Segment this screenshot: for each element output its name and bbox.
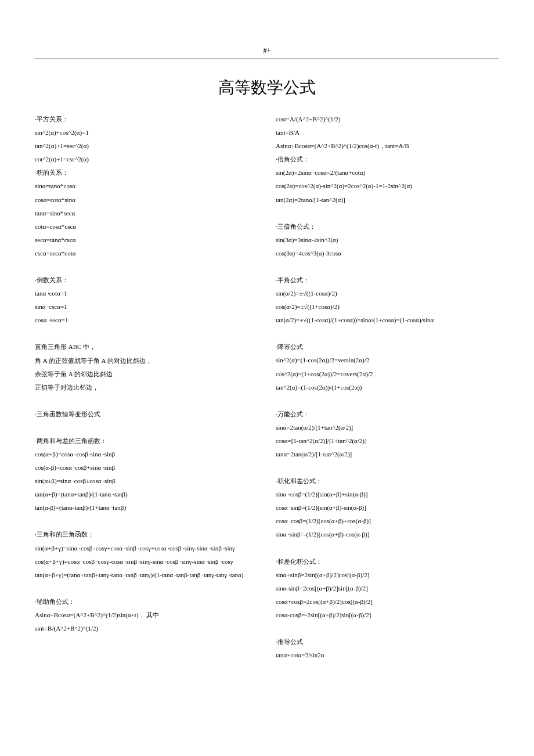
right-line: ·和差化积公式：: [276, 555, 499, 568]
left-line: 角 A 的正弦值就等于角 A 的对边比斜边，: [35, 354, 258, 368]
left-line: 直角三角形 ABC 中，: [35, 340, 258, 354]
page-header-mark: #+: [35, 46, 499, 59]
right-line: tan(α/2)=±√((1-cosα)/(1+cosα))=sinα/(1+c…: [276, 314, 499, 327]
right-line: sin^2(α)=(1-cos(2α))/2=versin(2α)/2: [276, 354, 499, 367]
content-columns: ·平方关系：sin^2(α)+cos^2(α)=1tan^2(α)+1=sec^…: [35, 113, 499, 662]
left-line: sint=B/(A^2+B^2)^(1/2): [35, 622, 258, 635]
left-line: tanα ·cotα=1: [35, 287, 258, 300]
right-column: cost=A/(A^2+B^2)^(1/2)tant=B/AAsinα+Bcos…: [276, 113, 499, 662]
left-line: ·积的关系：: [35, 166, 258, 179]
right-line: sin(3α)=3sinα-4sin^3(α): [276, 233, 499, 247]
right-line: sinα ·sinβ=-(1/2)[cos(α+β)-cos(α-β)]: [276, 528, 499, 541]
left-line: cot^2(α)+1=csc^2(α): [35, 153, 258, 166]
left-blank: [35, 260, 258, 273]
left-line: tanα=sinα*secα: [35, 207, 258, 220]
left-line: ·辅助角公式：: [35, 595, 258, 609]
left-line: cos(α+β+γ)=cosα ·cosβ ·cosγ-cosα ·sinβ ·…: [35, 555, 258, 568]
left-line: sin^2(α)+cos^2(α)=1: [35, 126, 258, 139]
left-line: cotα=cosα*cscα: [35, 220, 258, 233]
right-blank: [276, 461, 499, 474]
right-line: sinα+sinβ=2sin[(α+β)/2]cos[(α-β)/2]: [276, 568, 499, 582]
right-line: ·半角公式：: [276, 273, 499, 287]
left-blank: [35, 421, 258, 434]
document-page: #+ 高等数学公式 ·平方关系：sin^2(α)+cos^2(α)=1tan^2…: [0, 0, 534, 697]
right-blank: [276, 327, 499, 340]
right-blank: [276, 207, 499, 220]
left-line: secα=tanα*cscα: [35, 233, 258, 247]
right-line: Asinα+Bcosα=(A^2+B^2)^(1/2)cos(α-t)，tant…: [276, 139, 499, 153]
left-column: ·平方关系：sin^2(α)+cos^2(α)=1tan^2(α)+1=sec^…: [35, 113, 258, 662]
right-blank: [276, 260, 499, 273]
right-line: tant=B/A: [276, 126, 499, 139]
right-line: tanα+cotα=2/sin2α: [276, 649, 499, 662]
right-line: cost=A/(A^2+B^2)^(1/2): [276, 113, 499, 126]
right-line: sinα ·cosβ=(1/2)[sin(α+β)+sin(α-β)]: [276, 488, 499, 501]
left-line: cosα=cotα*sinα: [35, 193, 258, 207]
right-line: tanα=2tan(α/2)/[1-tan^2(α/2)]: [276, 448, 499, 461]
left-blank: [35, 394, 258, 408]
right-line: ·积化和差公式：: [276, 474, 499, 488]
right-line: ·万能公式：: [276, 408, 499, 421]
left-line: tan^2(α)+1=sec^2(α): [35, 139, 258, 153]
left-line: sin(α±β)=sinα ·cosβ±cosα ·sinβ: [35, 474, 258, 488]
left-line: tan(α+β+γ)=(tanα+tanβ+tanγ-tanα ·tanβ ·t…: [35, 568, 258, 582]
left-line: ·三角和的三角函数：: [35, 528, 258, 541]
right-line: cosα ·cosβ=(1/2)[cos(α+β)+cos(α-β)]: [276, 514, 499, 528]
right-line: ·推导公式: [276, 635, 499, 649]
left-line: ·三角函数恒等变形公式: [35, 408, 258, 421]
right-line: cosα+cosβ=2cos[(α+β)/2]cos[(α-β)/2]: [276, 595, 499, 609]
left-blank: [35, 514, 258, 528]
right-line: cos^2(α)=(1+cos(2α))/2=covers(2α)/2: [276, 368, 499, 381]
left-line: tan(α-β)=(tanα-tanβ)/(1+tanα ·tanβ): [35, 501, 258, 514]
left-line: 余弦等于角 A 的邻边比斜边: [35, 368, 258, 381]
right-line: sin(α/2)=±√((1-cosα)/2): [276, 287, 499, 300]
right-blank: [276, 622, 499, 635]
left-line: 正切等于对边比邻边，: [35, 381, 258, 394]
right-line: cosα-cosβ=-2sin[(α+β)/2]sin[(α-β)/2]: [276, 609, 499, 622]
left-line: ·两角和与差的三角函数：: [35, 434, 258, 448]
right-line: cos(3α)=4cos^3(α)-3cosα: [276, 247, 499, 260]
right-line: sin(2α)=2sinα ·cosα=2/(tanα+cotα): [276, 166, 499, 179]
right-line: cosα=[1-tan^2(α/2)]/[1+tan^2(α/2)]: [276, 434, 499, 448]
left-line: sin(α+β+γ)=sinα ·cosβ ·cosγ+cosα ·sinβ ·…: [35, 542, 258, 555]
left-line: cosα ·secα=1: [35, 314, 258, 327]
right-blank: [276, 394, 499, 408]
right-line: ·三倍角公式：: [276, 220, 499, 233]
right-line: sinα=2tan(α/2)/[1+tan^2(α/2)]: [276, 421, 499, 434]
right-line: sinα-sinβ=2cos[(α+β)/2]sin[(α-β)/2]: [276, 582, 499, 595]
right-line: cos(2α)=cos^2(α)-sin^2(α)=2cos^2(α)-1=1-…: [276, 179, 499, 193]
left-line: cos(α-β)=cosα ·cosβ+sinα ·sinβ: [35, 461, 258, 474]
left-line: sinα=tanα*cosα: [35, 179, 258, 193]
document-title: 高等数学公式: [35, 77, 499, 99]
right-line: ·降幂公式: [276, 340, 499, 354]
left-line: sinα ·cscα=1: [35, 300, 258, 314]
right-line: ·倍角公式：: [276, 153, 499, 166]
right-line: tan(2α)=2tanα/[1-tan^2(α)]: [276, 193, 499, 207]
left-line: cos(α+β)=cosα ·cosβ-sinα ·sinβ: [35, 448, 258, 461]
left-line: ·平方关系：: [35, 113, 258, 126]
left-line: ·倒数关系：: [35, 273, 258, 287]
right-line: cosα ·sinβ=(1/2)[sin(α+β)-sin(α-β)]: [276, 501, 499, 514]
right-blank: [276, 542, 499, 555]
left-line: cscα=secα*cotα: [35, 247, 258, 260]
left-blank: [35, 582, 258, 595]
left-line: Asinα+Bcosα=(A^2+B^2)^(1/2)sin(α+t)， 其中: [35, 609, 258, 622]
left-line: tan(α+β)=(tanα+tanβ)/(1-tanα ·tanβ): [35, 488, 258, 501]
right-line: tan^2(α)=(1-cos(2α))/(1+cos(2α)): [276, 381, 499, 394]
right-line: cos(α/2)=±√((1+cosα)/2): [276, 300, 499, 314]
left-blank: [35, 327, 258, 340]
